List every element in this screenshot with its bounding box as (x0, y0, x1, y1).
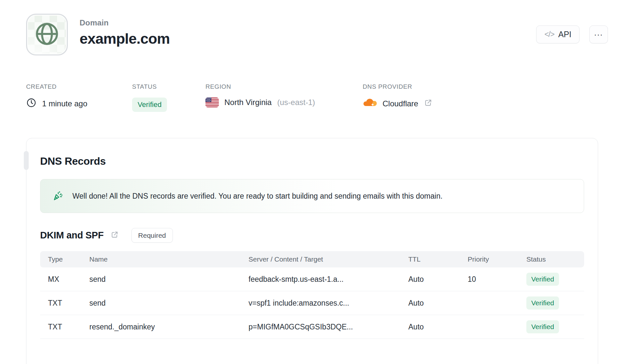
record-content: feedback-smtp.us-east-1.a... (249, 275, 408, 284)
meta-dns-provider: DNS PROVIDER Cloudflare (363, 83, 433, 110)
api-button[interactable]: </> API (536, 25, 580, 43)
section-title: DKIM and SPF (40, 230, 104, 241)
record-content: p=MIGfMA0GCSqGSIb3DQE... (249, 323, 408, 331)
record-ttl: Auto (408, 299, 468, 308)
region-code: (us-east-1) (277, 98, 315, 107)
domain-avatar (26, 14, 68, 55)
card-notch (24, 151, 29, 170)
column-header-name: Name (89, 255, 249, 263)
dns-records-card: DNS Records Well done! All the DNS recor… (26, 138, 598, 364)
column-header-status: Status (526, 255, 584, 263)
record-ttl: Auto (408, 323, 468, 331)
region-label: REGION (205, 83, 315, 90)
table-header-row: Type Name Server / Content / Target TTL … (40, 251, 584, 267)
status-badge: Verified (132, 98, 167, 112)
meta-created: CREATED 1 minute ago (26, 83, 87, 110)
dns-provider-value: Cloudflare (383, 99, 418, 108)
meta-region: REGION (205, 83, 315, 107)
ellipsis-icon: ... (594, 28, 603, 38)
success-banner: Well done! All the DNS records are verif… (40, 179, 584, 213)
column-header-priority: Priority (468, 255, 526, 263)
table-row[interactable]: TXT send v=spf1 include:amazonses.c... A… (40, 291, 584, 315)
record-status-badge: Verified (526, 296, 559, 310)
status-label: STATUS (132, 83, 167, 90)
record-status-badge: Verified (526, 273, 559, 286)
external-link-icon[interactable] (424, 98, 433, 109)
party-popper-icon (52, 189, 64, 203)
column-header-content: Server / Content / Target (249, 255, 408, 263)
record-type: TXT (48, 323, 89, 331)
record-name: send (89, 299, 249, 308)
record-content: v=spf1 include:amazonses.c... (249, 299, 408, 308)
record-name: send (89, 275, 249, 284)
created-label: CREATED (26, 83, 87, 90)
record-status-badge: Verified (526, 320, 559, 333)
domain-label: Domain (80, 18, 170, 27)
record-ttl: Auto (408, 275, 468, 284)
more-options-button[interactable]: ... (589, 25, 608, 43)
api-button-label: API (558, 30, 571, 39)
record-type: TXT (48, 299, 89, 308)
column-header-type: Type (48, 255, 89, 263)
table-row[interactable]: MX send feedback-smtp.us-east-1.a... Aut… (40, 267, 584, 291)
column-header-ttl: TTL (408, 255, 468, 263)
section-external-link-icon[interactable] (110, 230, 119, 240)
globe-icon (33, 20, 61, 49)
dns-provider-label: DNS PROVIDER (363, 83, 433, 90)
record-priority: 10 (468, 275, 526, 284)
table-row[interactable]: TXT resend._domainkey p=MIGfMA0GCSqGSIb3… (40, 315, 584, 339)
required-badge: Required (131, 228, 173, 243)
page-title: example.com (80, 30, 170, 47)
us-flag-icon (205, 98, 219, 107)
meta-status: STATUS Verified (132, 83, 167, 112)
record-name: resend._domainkey (89, 323, 249, 331)
record-type: MX (48, 275, 89, 284)
created-value: 1 minute ago (42, 99, 87, 108)
region-value: North Virginia (224, 98, 272, 107)
page-header: Domain example.com </> API ... (26, 14, 608, 55)
clock-icon (26, 98, 37, 110)
dns-records-title: DNS Records (40, 155, 584, 167)
banner-message: Well done! All the DNS records are verif… (72, 192, 443, 201)
cloudflare-icon (363, 98, 377, 110)
code-icon: </> (544, 30, 554, 39)
dns-table: Type Name Server / Content / Target TTL … (40, 251, 584, 339)
